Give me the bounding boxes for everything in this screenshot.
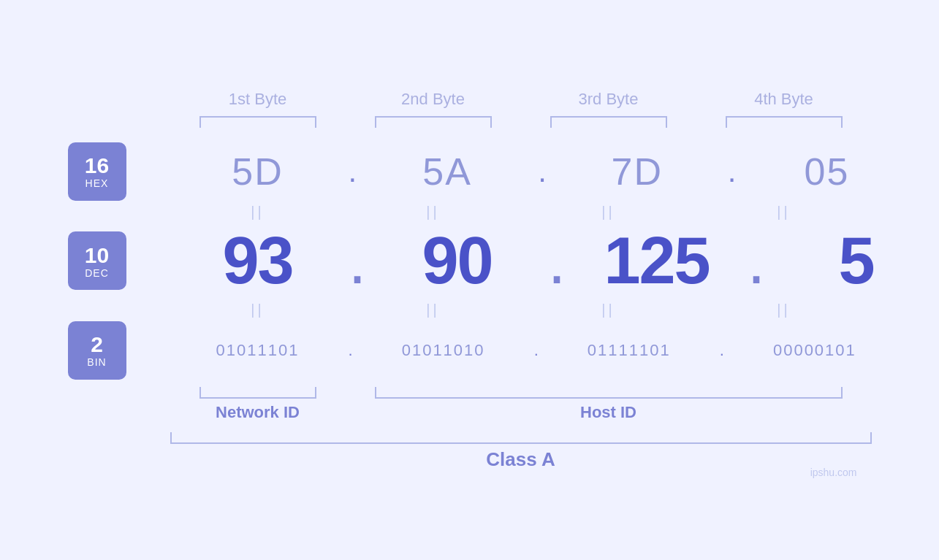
watermark: ipshu.com: [810, 467, 857, 478]
byte-header-4: 4th Byte: [696, 90, 872, 109]
dec-badge: 10 DEC: [68, 231, 126, 290]
eq-1-4: ||: [777, 204, 790, 220]
network-bracket: [170, 387, 346, 399]
hex-badge: 16 HEX: [68, 142, 126, 201]
bin-values: 01011101 . 01011010 . 01111101 . 0000010…: [170, 341, 902, 360]
byte-header-2: 2nd Byte: [346, 90, 521, 109]
top-bracket-1: [170, 116, 346, 128]
top-bracket-4: [696, 116, 872, 128]
top-bracket-2: [346, 116, 521, 128]
hex-val-2: 5A: [422, 150, 472, 193]
bottom-section: Network ID Host ID: [170, 387, 872, 422]
bin-byte-3: 01111101: [541, 341, 717, 360]
bin-row: 2 BIN 01011101 . 01011010 . 01111101 . 0…: [68, 321, 872, 380]
byte-headers: 1st Byte 2nd Byte 3rd Byte 4th Byte: [170, 90, 872, 109]
eq-1-2: ||: [426, 204, 439, 220]
class-label: Class A: [170, 448, 872, 471]
hex-dot-2: .: [538, 156, 547, 187]
bin-dot-1: .: [349, 342, 353, 358]
hex-values: 5D . 5A . 7D . 05: [170, 150, 915, 193]
hex-val-1: 5D: [232, 150, 283, 193]
hex-badge-label: HEX: [85, 177, 109, 189]
dec-val-2: 90: [422, 223, 492, 299]
dec-dot-3: .: [748, 228, 766, 294]
dec-dot-1: .: [349, 228, 367, 294]
eq-2-4: ||: [777, 302, 790, 318]
eq-1-1: ||: [251, 204, 264, 220]
bottom-labels: Network ID Host ID: [170, 403, 872, 422]
bin-badge-num: 2: [91, 332, 103, 356]
top-bracket-3: [521, 116, 696, 128]
bin-badge-label: BIN: [87, 356, 106, 368]
bottom-brackets: [170, 387, 872, 399]
hex-val-4: 05: [805, 150, 850, 193]
eq-1-3: ||: [601, 204, 615, 220]
class-section: Class A: [170, 432, 872, 471]
dec-val-4: 5: [839, 223, 874, 299]
top-brackets: [170, 116, 872, 128]
byte-header-3: 3rd Byte: [521, 90, 696, 109]
bin-val-1: 01011101: [216, 341, 300, 360]
eq-2-3: ||: [601, 302, 615, 318]
network-id-label: Network ID: [170, 403, 346, 422]
bin-byte-1: 01011101: [170, 341, 346, 360]
class-bracket: [170, 432, 872, 444]
hex-badge-num: 16: [85, 153, 109, 177]
bin-badge: 2 BIN: [68, 321, 126, 380]
bin-val-3: 01111101: [588, 341, 671, 360]
hex-byte-4: 05: [740, 150, 915, 193]
hex-dot-3: .: [728, 156, 737, 187]
bin-byte-4: 00000101: [727, 341, 902, 360]
dec-val-1: 93: [222, 223, 292, 299]
main-container: 1st Byte 2nd Byte 3rd Byte 4th Byte 16 H…: [68, 75, 872, 486]
hex-dot-1: .: [349, 156, 357, 187]
dec-badge-num: 10: [85, 243, 109, 267]
host-bracket: [346, 387, 872, 399]
hex-byte-2: 5A: [360, 150, 535, 193]
dec-byte-4: 5: [769, 223, 939, 299]
eq-row-1: || || || ||: [170, 204, 872, 220]
eq-2-2: ||: [426, 302, 439, 318]
dec-byte-1: 93: [170, 223, 346, 299]
dec-badge-label: DEC: [85, 267, 109, 279]
hex-row: 16 HEX 5D . 5A . 7D . 05: [68, 142, 872, 201]
dec-byte-3: 125: [569, 223, 745, 299]
dec-dot-2: .: [548, 228, 566, 294]
dec-byte-2: 90: [370, 223, 545, 299]
byte-header-1: 1st Byte: [170, 90, 346, 109]
bin-byte-2: 01011010: [356, 341, 531, 360]
bin-val-4: 00000101: [773, 341, 856, 360]
hex-byte-3: 7D: [550, 150, 725, 193]
bin-dot-3: .: [720, 342, 724, 358]
hex-val-3: 7D: [612, 150, 663, 193]
eq-row-2: || || || ||: [170, 302, 872, 318]
dec-val-3: 125: [604, 223, 709, 299]
hex-byte-1: 5D: [170, 150, 346, 193]
bin-dot-2: .: [534, 342, 539, 358]
host-id-label: Host ID: [346, 403, 872, 422]
dec-values: 93 . 90 . 125 . 5: [170, 223, 940, 299]
dec-row: 10 DEC 93 . 90 . 125 . 5: [68, 223, 872, 299]
bin-val-2: 01011010: [402, 341, 485, 360]
eq-2-1: ||: [251, 302, 264, 318]
